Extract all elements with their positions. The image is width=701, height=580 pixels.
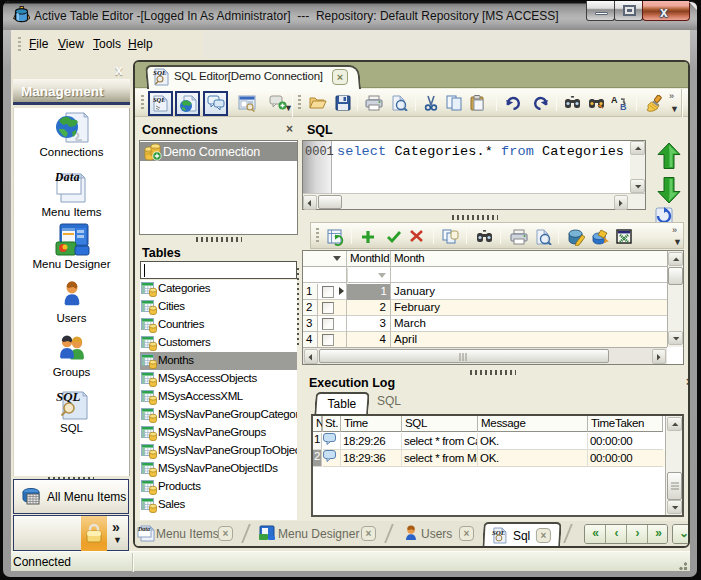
- svg-text:SQL: SQL: [56, 389, 81, 404]
- svg-text:Data: Data: [55, 171, 80, 183]
- svg-text:B: B: [620, 102, 627, 111]
- svg-text:Data: Data: [137, 526, 150, 532]
- svg-text:A: A: [611, 95, 618, 105]
- svg-text:SQL: SQL: [153, 96, 165, 103]
